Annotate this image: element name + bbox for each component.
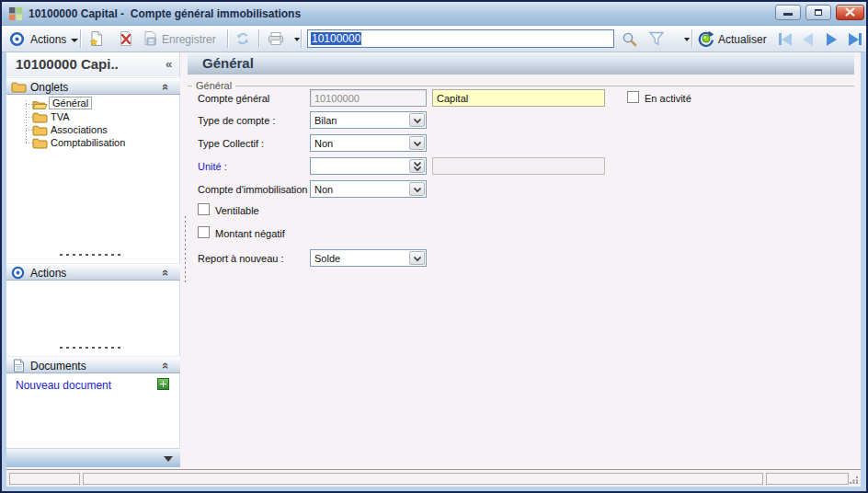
sidebar-item-tva[interactable]: TVA [51, 110, 70, 123]
report-a-nouveau-label: Report à nouveau : [198, 253, 284, 264]
montant-negatif-checkbox[interactable] [198, 226, 210, 238]
nouveau-document-link[interactable]: Nouveau document [16, 379, 111, 392]
sidebar-options-chevron-icon[interactable] [164, 456, 173, 462]
compte-immobilisation-value: Non [314, 184, 333, 195]
sidebar-record-title: 10100000 Capi.. [16, 56, 119, 72]
compte-general-code-value: 10100000 [314, 93, 360, 104]
save-icon[interactable] [142, 30, 158, 47]
compte-general-code-field: 10100000 [310, 89, 427, 107]
section-label-documents: Documents [30, 360, 86, 373]
close-icon [837, 6, 863, 19]
type-collectif-label: Type Collectif : [198, 138, 264, 149]
unite-lookup[interactable] [310, 157, 427, 175]
section-header-onglets[interactable]: Onglets « [6, 77, 180, 95]
new-document-icon[interactable] [88, 30, 105, 47]
report-a-nouveau-select[interactable]: Solde [310, 249, 427, 267]
folder-icon [32, 111, 48, 123]
page-header-band: Général [188, 53, 854, 75]
section-label-actions: Actions [30, 267, 66, 280]
dropdown-button[interactable] [409, 136, 425, 150]
nav-next-button[interactable] [827, 33, 837, 46]
window-title: 10100000 Capital - Compte général immobi… [29, 7, 301, 20]
nav-last-bar [859, 33, 862, 45]
collapse-section-icon[interactable]: « [159, 269, 173, 276]
print-options-chevron-icon[interactable] [294, 38, 300, 41]
target-icon [11, 266, 25, 280]
compte-general-name-value: Capital [437, 93, 468, 104]
double-chevron-down-icon [413, 161, 422, 173]
search-input[interactable]: 10100000 [307, 29, 614, 48]
lookup-button[interactable] [409, 159, 425, 173]
folder-icon [11, 81, 27, 93]
open-folder-icon [32, 98, 48, 110]
report-a-nouveau-value: Solde [314, 253, 340, 264]
add-document-button[interactable] [157, 378, 169, 390]
chevron-down-icon [71, 39, 78, 42]
compte-general-label: Compte général [198, 93, 269, 104]
compte-immobilisation-label: Compte d'immobilisation : [198, 184, 314, 195]
compte-immobilisation-select[interactable]: Non [310, 180, 427, 198]
splitter-handle[interactable] [185, 216, 186, 282]
montant-negatif-label: Montant négatif [215, 228, 285, 239]
section-label-onglets: Onglets [30, 81, 68, 94]
panel-drag-handle[interactable] [60, 254, 122, 256]
maximize-button[interactable] [805, 5, 831, 20]
app-icon [9, 7, 22, 20]
delete-record-icon[interactable] [118, 30, 134, 47]
nav-previous-button[interactable] [803, 33, 813, 46]
workspace: 10100000 Capi.. « Onglets « [6, 52, 861, 469]
nav-last-button[interactable] [849, 33, 859, 46]
status-cell-right [766, 473, 849, 485]
ventilable-label: Ventilable [215, 205, 259, 216]
minimize-icon [783, 13, 793, 16]
page-title: Général [202, 55, 254, 71]
actions-target-icon [9, 31, 25, 47]
application-window: 10100000 Capital - Compte général immobi… [0, 0, 868, 493]
toolbar-separator [691, 29, 692, 48]
panel-drag-handle[interactable] [60, 347, 122, 349]
en-activite-label: En activité [645, 93, 691, 104]
compte-general-name-field[interactable]: Capital [432, 89, 605, 107]
section-header-actions[interactable]: Actions « [6, 263, 180, 281]
type-collectif-select[interactable]: Non [310, 134, 427, 152]
document-icon [13, 359, 25, 373]
collapse-sidebar-icon[interactable]: « [166, 57, 172, 71]
dropdown-button[interactable] [409, 182, 425, 196]
close-button[interactable] [836, 5, 864, 20]
resize-grip[interactable] [849, 475, 859, 485]
sidebar: 10100000 Capi.. « Onglets « [6, 52, 180, 467]
filter-icon[interactable] [648, 31, 665, 47]
search-icon[interactable] [622, 31, 638, 48]
sidebar-item-comptabilisation[interactable]: Comptabilisation [51, 136, 125, 149]
actualiser-icon [698, 30, 714, 47]
type-collectif-value: Non [314, 138, 333, 149]
refresh-icon[interactable] [234, 30, 251, 47]
chevron-down-icon [413, 118, 422, 124]
tree-connector-line [26, 100, 27, 143]
folder-icon [32, 124, 48, 136]
type-de-compte-select[interactable]: Bilan [310, 111, 427, 129]
collapse-section-icon[interactable]: « [159, 84, 173, 90]
section-header-documents[interactable]: Documents « [6, 356, 180, 373]
sidebar-item-associations[interactable]: Associations [51, 123, 108, 136]
actualiser-button[interactable]: Actualiser [718, 33, 767, 46]
en-activite-checkbox[interactable] [627, 91, 639, 103]
window-frame: 10100000 Capital - Compte général immobi… [2, 2, 866, 491]
ventilable-checkbox[interactable] [198, 203, 210, 215]
toolbar-separator [301, 29, 302, 48]
save-button[interactable]: Enregistrer [162, 33, 216, 46]
collapse-section-icon[interactable]: « [159, 362, 173, 369]
dropdown-button[interactable] [409, 251, 425, 265]
dropdown-button[interactable] [409, 113, 425, 127]
actions-menu-button[interactable]: Actions [30, 33, 78, 46]
sidebar-item-general[interactable]: Général [49, 97, 92, 109]
printer-icon[interactable] [267, 30, 285, 47]
toolbar-separator [80, 29, 81, 48]
toolbar-separator [258, 29, 259, 48]
status-cell-main [83, 473, 763, 485]
filter-options-chevron-icon[interactable] [684, 38, 690, 41]
minimize-button[interactable] [775, 5, 801, 20]
status-bar [6, 469, 861, 487]
nav-first-button[interactable] [782, 33, 792, 46]
chevron-down-icon [413, 256, 422, 262]
